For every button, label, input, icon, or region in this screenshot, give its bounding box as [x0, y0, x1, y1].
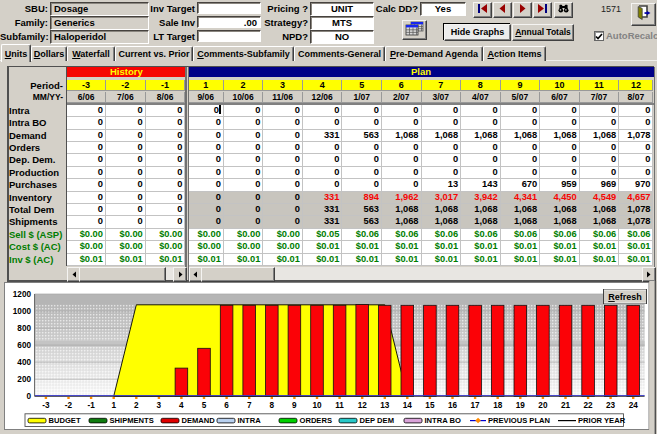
- svg-text:15: 15: [425, 401, 435, 410]
- svg-text:BUDGET: BUDGET: [49, 416, 81, 425]
- svg-text:1200: 1200: [13, 290, 32, 299]
- svg-text:DEMAND: DEMAND: [182, 416, 216, 425]
- svg-text:-1: -1: [87, 401, 95, 410]
- svg-text:PREVIOUS PLAN: PREVIOUS PLAN: [488, 416, 550, 425]
- svg-text:16: 16: [448, 401, 458, 410]
- svg-text:4: 4: [179, 401, 184, 410]
- svg-text:200: 200: [17, 375, 31, 384]
- svg-text:7: 7: [247, 401, 252, 410]
- svg-text:13: 13: [380, 401, 390, 410]
- svg-text:INTRA BO: INTRA BO: [425, 416, 462, 425]
- svg-text:12: 12: [358, 401, 368, 410]
- svg-text:8: 8: [270, 401, 275, 410]
- svg-text:SHIPMENTS: SHIPMENTS: [110, 416, 154, 425]
- svg-text:6: 6: [224, 401, 229, 410]
- svg-text:DEP DEM: DEP DEM: [360, 416, 394, 425]
- svg-text:10: 10: [312, 401, 322, 410]
- svg-text:0: 0: [26, 392, 31, 401]
- svg-text:1: 1: [111, 401, 116, 410]
- svg-text:23: 23: [606, 401, 616, 410]
- svg-text:-3: -3: [42, 401, 50, 410]
- svg-text:24: 24: [629, 401, 639, 410]
- svg-text:PRIOR YEAR: PRIOR YEAR: [578, 416, 626, 425]
- svg-text:9: 9: [292, 401, 297, 410]
- svg-text:18: 18: [493, 401, 503, 410]
- svg-text:600: 600: [17, 341, 31, 350]
- svg-text:1000: 1000: [13, 307, 32, 316]
- svg-text:21: 21: [561, 401, 571, 410]
- svg-text:11: 11: [335, 401, 344, 410]
- svg-text:Refresh: Refresh: [608, 292, 642, 302]
- svg-text:800: 800: [17, 324, 31, 333]
- svg-text:20: 20: [538, 401, 548, 410]
- svg-text:2: 2: [134, 401, 139, 410]
- svg-text:INTRA: INTRA: [238, 416, 262, 425]
- svg-text:22: 22: [584, 401, 594, 410]
- svg-text:-2: -2: [65, 401, 73, 410]
- svg-text:17: 17: [471, 401, 481, 410]
- svg-text:14: 14: [403, 401, 413, 410]
- svg-text:3: 3: [157, 401, 162, 410]
- svg-text:ORDERS: ORDERS: [300, 416, 333, 425]
- svg-text:400: 400: [17, 358, 31, 367]
- svg-text:5: 5: [202, 401, 207, 410]
- svg-text:19: 19: [516, 401, 526, 410]
